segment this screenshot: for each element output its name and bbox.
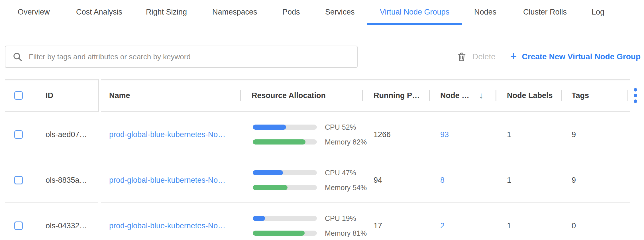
vng-id: ols-aed07…: [46, 112, 87, 157]
cpu-usage-label: CPU 19%: [325, 214, 356, 223]
column-header-name[interactable]: Name: [109, 79, 130, 112]
tab-services[interactable]: Services: [325, 0, 355, 24]
row-checkbox[interactable]: [14, 176, 23, 184]
trash-icon: [456, 52, 467, 62]
table-header: ID Name Resource Allocation Running P… N…: [0, 79, 644, 112]
nodes-count-link[interactable]: 8: [440, 176, 445, 185]
vng-id: ols-04332…: [46, 203, 87, 240]
vng-id: ols-8835a…: [46, 157, 87, 203]
node-labels-value: 1: [507, 112, 511, 157]
cpu-usage-bar: [253, 170, 317, 175]
sort-descending-icon[interactable]: ↓: [479, 91, 483, 100]
running-pods-value: 1266: [374, 112, 391, 157]
search-input[interactable]: [29, 52, 350, 61]
running-pods-value: 94: [374, 157, 382, 203]
column-header-nodes[interactable]: Node … ↓: [440, 79, 483, 112]
search-icon: [12, 52, 23, 62]
delete-button[interactable]: Delete: [456, 46, 496, 68]
tags-value: 9: [572, 112, 576, 157]
tab-nodes[interactable]: Nodes: [474, 0, 496, 24]
memory-usage-bar: [253, 231, 317, 236]
table-row: ols-8835a… prod-global-blue-kubernetes-N…: [0, 157, 644, 203]
vng-name-link[interactable]: prod-global-blue-kubernetes-No…: [109, 130, 225, 139]
tab-cost-analysis[interactable]: Cost Analysis: [76, 0, 122, 24]
create-button-label: Create New Virtual Node Group: [522, 52, 641, 61]
select-all-checkbox-cell: [14, 79, 23, 112]
create-virtual-node-group-button[interactable]: + Create New Virtual Node Group: [510, 46, 641, 68]
column-options-icon[interactable]: [634, 79, 637, 112]
delete-button-label: Delete: [472, 52, 496, 61]
table-row: ols-aed07… prod-global-blue-kubernetes-N…: [0, 112, 644, 157]
resource-allocation-cell: CPU 47% Memory 54%: [253, 157, 367, 203]
memory-usage-label: Memory 54%: [325, 184, 367, 192]
node-labels-value: 1: [507, 157, 511, 203]
memory-usage-label: Memory 82%: [325, 138, 367, 146]
column-header-id[interactable]: ID: [46, 79, 53, 112]
column-divider: [362, 90, 363, 101]
filter-search-box[interactable]: [5, 46, 358, 68]
node-labels-value: 1: [507, 203, 511, 240]
page-tabbar: Overview Cost Analysis Right Sizing Name…: [0, 0, 644, 24]
column-divider: [496, 90, 496, 101]
tab-log[interactable]: Log: [592, 0, 604, 24]
table-body: ols-aed07… prod-global-blue-kubernetes-N…: [0, 112, 644, 240]
column-header-running-pods[interactable]: Running P…: [374, 79, 420, 112]
column-header-node-labels[interactable]: Node Labels: [507, 79, 553, 112]
tags-value: 9: [572, 157, 576, 203]
memory-usage-bar: [253, 185, 317, 190]
column-header-nodes-label: Node …: [440, 91, 469, 100]
row-checkbox[interactable]: [14, 130, 23, 139]
tab-pods[interactable]: Pods: [282, 0, 300, 24]
resource-allocation-cell: CPU 52% Memory 82%: [253, 112, 367, 157]
resource-allocation-cell: CPU 19% Memory 81%: [253, 203, 367, 240]
column-divider: [429, 90, 430, 101]
vng-name-link[interactable]: prod-global-blue-kubernetes-No…: [109, 221, 225, 230]
column-header-resource-allocation[interactable]: Resource Allocation: [252, 79, 326, 112]
virtual-node-groups-page: Overview Cost Analysis Right Sizing Name…: [0, 0, 644, 240]
column-divider: [240, 90, 241, 101]
nodes-count-link[interactable]: 93: [440, 130, 449, 139]
nodes-count-link[interactable]: 2: [440, 221, 445, 230]
column-divider: [627, 90, 628, 101]
memory-usage-bar: [253, 139, 317, 145]
memory-usage-label: Memory 81%: [325, 229, 367, 237]
plus-icon: +: [510, 50, 517, 63]
tab-namespaces[interactable]: Namespaces: [212, 0, 257, 24]
tab-virtual-node-groups[interactable]: Virtual Node Groups: [380, 0, 449, 24]
column-divider: [561, 90, 562, 101]
tab-right-sizing[interactable]: Right Sizing: [146, 0, 187, 24]
running-pods-value: 17: [374, 203, 382, 240]
tab-overview[interactable]: Overview: [18, 0, 50, 24]
tab-cluster-rolls[interactable]: Cluster Rolls: [523, 0, 567, 24]
row-checkbox[interactable]: [14, 221, 23, 230]
vng-name-link[interactable]: prod-global-blue-kubernetes-No…: [109, 176, 225, 185]
cpu-usage-bar: [253, 125, 317, 130]
column-header-tags[interactable]: Tags: [572, 79, 589, 112]
tags-value: 0: [572, 203, 576, 240]
select-all-checkbox[interactable]: [14, 91, 23, 100]
cpu-usage-label: CPU 52%: [325, 123, 356, 131]
cpu-usage-label: CPU 47%: [325, 169, 356, 177]
table-row: ols-04332… prod-global-blue-kubernetes-N…: [0, 203, 644, 240]
cpu-usage-bar: [253, 216, 317, 221]
